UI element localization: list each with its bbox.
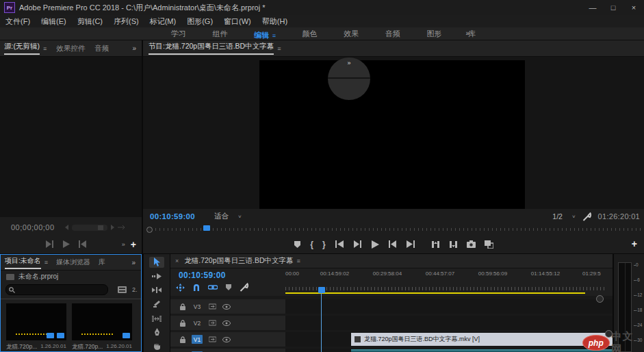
- nest-sequence-icon[interactable]: [176, 284, 185, 292]
- timeline-timecode[interactable]: 00:10:59:00: [179, 271, 226, 280]
- workspace-menu-icon[interactable]: ≡: [272, 32, 276, 39]
- track-name[interactable]: V1: [192, 335, 203, 344]
- tab-audio-mixer[interactable]: 音频: [94, 44, 109, 53]
- menu-help[interactable]: 帮助(H): [262, 16, 287, 27]
- tab-effect-controls[interactable]: 效果控件: [56, 44, 85, 53]
- program-timecode[interactable]: 00:10:59:00: [150, 212, 195, 221]
- track-name[interactable]: V3: [192, 302, 203, 311]
- timeline-playhead-handle[interactable]: [318, 287, 325, 293]
- pen-tool[interactable]: [149, 327, 164, 338]
- project-search-box[interactable]: [5, 284, 108, 295]
- audio-clip[interactable]: [351, 349, 613, 352]
- scrollbar-end-dot[interactable]: [146, 227, 153, 233]
- menu-edit[interactable]: 编辑(E): [41, 16, 66, 27]
- project-item-thumbnail[interactable]: [6, 303, 66, 340]
- track-name[interactable]: V2: [192, 318, 203, 327]
- close-tab-icon[interactable]: ×: [175, 257, 179, 264]
- step-back-icon[interactable]: [353, 240, 362, 248]
- tab-libraries[interactable]: 库: [99, 257, 105, 267]
- mark-in-icon[interactable]: {: [310, 240, 313, 249]
- sync-lock-icon[interactable]: [209, 336, 216, 342]
- selection-tool[interactable]: [149, 257, 164, 268]
- menu-markers[interactable]: 标记(M): [150, 16, 177, 27]
- button-editor-plus[interactable]: +: [632, 238, 637, 249]
- tab-program[interactable]: 节目:龙猫.720p国粤日三语.BD中文字幕: [149, 42, 274, 55]
- workspace-tab-graphics[interactable]: 图形: [426, 29, 441, 39]
- project-breadcrumb[interactable]: 未命名.prproj: [18, 272, 58, 281]
- sync-lock-icon[interactable]: [209, 303, 216, 310]
- menu-file[interactable]: 文件(F): [5, 16, 30, 27]
- work-area-bar[interactable]: [285, 292, 585, 294]
- play-icon[interactable]: [62, 240, 70, 248]
- workspace-tab-effects[interactable]: 效果: [344, 29, 359, 39]
- timeline-ruler[interactable]: 00:00 00:14:59:02 00:29:58:04 00:44:57:0…: [285, 269, 613, 294]
- linked-selection-icon[interactable]: [208, 284, 218, 291]
- track-visibility-eye-icon[interactable]: [222, 304, 231, 310]
- export-frame-camera-icon[interactable]: [467, 240, 476, 248]
- ripple-edit-tool[interactable]: [149, 285, 164, 296]
- scrollbar-end-dot[interactable]: [596, 295, 604, 303]
- step-forward-icon[interactable]: [388, 240, 397, 248]
- project-item-name[interactable]: 龙猫.720p...: [72, 343, 103, 351]
- button-editor-plus[interactable]: +: [131, 239, 136, 250]
- comparison-view-icon[interactable]: [485, 240, 493, 249]
- panel-menu-icon[interactable]: ≡: [297, 257, 300, 264]
- menu-sequence[interactable]: 序列(S): [114, 16, 139, 27]
- tab-project[interactable]: 项目:未命名: [5, 256, 41, 269]
- add-marker-icon[interactable]: [225, 284, 232, 291]
- workspace-tab-audio[interactable]: 音频: [385, 29, 400, 39]
- add-marker-icon[interactable]: [294, 240, 301, 249]
- slip-tool[interactable]: [149, 313, 164, 324]
- track-visibility-eye-icon[interactable]: [222, 337, 231, 342]
- workspace-tab-editing[interactable]: 编辑: [254, 31, 269, 39]
- minimize-button[interactable]: —: [582, 0, 603, 15]
- tab-source[interactable]: 源:(无剪辑): [4, 42, 40, 55]
- project-item-thumbnail[interactable]: [72, 303, 132, 340]
- maximize-button[interactable]: □: [603, 0, 623, 15]
- track-select-forward-tool[interactable]: [149, 271, 164, 282]
- mark-out-icon[interactable]: }: [322, 240, 326, 249]
- tab-media-browser[interactable]: 媒体浏览器: [56, 257, 90, 267]
- step-back-icon[interactable]: [45, 240, 54, 248]
- panel-menu-icon[interactable]: ≡: [277, 45, 281, 52]
- extract-icon[interactable]: [449, 240, 458, 249]
- settings-wrench-icon[interactable]: [582, 212, 591, 221]
- sync-lock-icon[interactable]: [209, 320, 216, 326]
- timeline-settings-wrench-icon[interactable]: [240, 283, 248, 292]
- menu-graphics[interactable]: 图形(G): [187, 16, 213, 27]
- playback-resolution-select[interactable]: 1/2 ˅: [552, 212, 575, 221]
- menu-clip[interactable]: 剪辑(C): [77, 16, 103, 27]
- lock-icon[interactable]: [180, 303, 185, 310]
- razor-tool[interactable]: [149, 299, 164, 310]
- snap-magnet-icon[interactable]: [192, 284, 201, 292]
- video-clip[interactable]: 龙猫.720p国粤日三语.BD中文字幕.mkv [V]: [351, 333, 613, 346]
- workspace-overflow-chevron[interactable]: »: [465, 29, 469, 37]
- play-icon[interactable]: [371, 240, 379, 249]
- fit-zoom-select[interactable]: 适合 ˅: [214, 212, 242, 221]
- track-visibility-eye-icon[interactable]: [222, 320, 231, 326]
- search-input[interactable]: [18, 286, 103, 294]
- panel-menu-icon[interactable]: ≡: [44, 259, 48, 266]
- list-view-icon[interactable]: [118, 286, 127, 293]
- workspace-tab-assembly[interactable]: 组件: [213, 29, 228, 39]
- go-to-in-icon[interactable]: [335, 240, 344, 248]
- transport-overflow-chevron[interactable]: »: [122, 241, 125, 248]
- monitor-overlay-circle[interactable]: »: [328, 58, 370, 100]
- close-button[interactable]: ×: [623, 0, 644, 15]
- program-scrubber[interactable]: [143, 224, 644, 234]
- hand-tool[interactable]: [149, 341, 164, 352]
- panel-menu-icon[interactable]: ≡: [43, 45, 47, 52]
- sequence-tab[interactable]: 龙猫.720p国粤日三语.BD中文字幕: [184, 256, 293, 266]
- menu-window[interactable]: 窗口(W): [224, 16, 251, 27]
- scrubber-playhead[interactable]: [203, 225, 210, 231]
- lock-icon[interactable]: [180, 320, 185, 327]
- panel-overflow-chevron[interactable]: »: [132, 45, 136, 52]
- step-forward-icon[interactable]: [78, 240, 87, 248]
- lock-icon[interactable]: [180, 336, 185, 343]
- workspace-tab-learning[interactable]: 学习: [171, 29, 186, 39]
- workspace-tab-color[interactable]: 颜色: [302, 29, 318, 39]
- panel-overflow-chevron[interactable]: »: [131, 259, 136, 266]
- lift-icon[interactable]: [431, 240, 440, 249]
- go-to-out-icon[interactable]: [406, 240, 415, 248]
- project-item-name[interactable]: 龙猫.720p...: [6, 343, 37, 351]
